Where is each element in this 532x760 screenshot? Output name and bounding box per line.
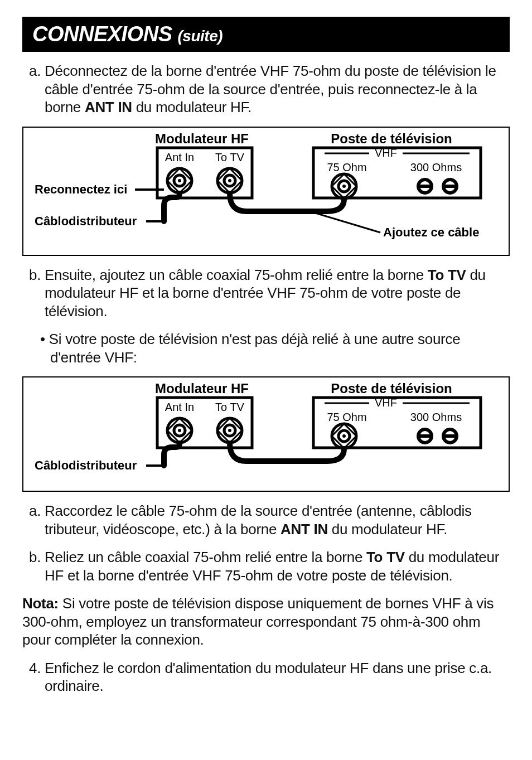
coax-port-icon [217, 168, 242, 193]
svg-point-27 [178, 429, 181, 432]
label-300ohm-2: 300 Ohms [410, 411, 462, 423]
svg-point-38 [342, 434, 346, 438]
step-b2-text: b. Reliez un câble coaxial 75-ohm relié … [29, 549, 366, 565]
nota-bold: Nota: [22, 595, 59, 612]
step-a1-post: du modulateur HF. [132, 99, 252, 115]
svg-point-9 [228, 179, 231, 182]
label-ant-in: Ant In [165, 151, 194, 163]
label-tv-2: Poste de télévision [331, 383, 452, 396]
label-modulator: Modulateur HF [155, 133, 249, 146]
step-b1-text: b. Ensuite, ajoutez un câble coaxial 75-… [29, 267, 428, 283]
step-a2-bold: ANT IN [280, 521, 328, 538]
diagram-1-svg: Reconnectez ici Câblodistributeur Modula… [33, 133, 499, 239]
title-main: CONNEXIONS [32, 22, 172, 46]
coax-port-icon [332, 424, 356, 448]
label-to-tv: To TV [215, 151, 245, 163]
label-vhf-2: VHF [375, 396, 397, 409]
svg-point-31 [228, 429, 231, 432]
step-b1-bold: To TV [428, 267, 466, 283]
step-a2: a. Raccordez le câble 75-ohm de la sourc… [22, 502, 510, 538]
label-modulator-2: Modulateur HF [155, 383, 249, 396]
label-reconnect: Reconnectez ici [35, 182, 127, 196]
label-ant-in-2: Ant In [165, 401, 194, 413]
svg-point-16 [342, 185, 346, 188]
coax-port-icon [167, 418, 192, 443]
diagram-2-svg: Câblodistributeur Modulateur HF Ant In T… [33, 383, 499, 475]
label-add-cable: Ajoutez ce câble [383, 225, 479, 239]
coax-port-icon [217, 418, 242, 443]
step-a1-bold: ANT IN [85, 99, 132, 115]
step-b2-bold: To TV [366, 549, 405, 565]
label-75ohm-2: 75 Ohm [327, 411, 366, 423]
coax-port-icon [332, 174, 356, 199]
step-4: 4. Enfichez le cordon d'alimentation du … [22, 659, 510, 695]
label-cable-co: Câblodistributeur [35, 214, 137, 228]
label-75ohm: 75 Ohm [327, 161, 366, 173]
section-title: CONNEXIONS (suite) [22, 17, 510, 52]
nota-text: Si votre poste de télévision dispose uni… [22, 595, 494, 648]
label-tv: Poste de télévision [331, 133, 452, 146]
svg-line-22 [313, 212, 380, 233]
bullet-1: • Si votre poste de télévision n'est pas… [22, 330, 510, 366]
nota: Nota: Si votre poste de télévision dispo… [22, 594, 510, 649]
step-b1: b. Ensuite, ajoutez un câble coaxial 75-… [22, 266, 510, 321]
diagram-2: Câblodistributeur Modulateur HF Ant In T… [22, 376, 510, 492]
step-b2: b. Reliez un câble coaxial 75-ohm relié … [22, 548, 510, 584]
label-vhf: VHF [375, 147, 397, 159]
svg-point-5 [178, 179, 181, 182]
coax-port-icon [167, 168, 192, 193]
title-sub: (suite) [178, 27, 223, 45]
label-to-tv-2: To TV [215, 401, 245, 413]
step-a1: a. Déconnectez de la borne d'entrée VHF … [22, 62, 510, 117]
step-a2-post: du modulateur HF. [328, 521, 447, 538]
label-300ohm: 300 Ohms [410, 161, 462, 173]
label-cable-co-2: Câblodistributeur [35, 458, 137, 472]
diagram-1: Reconnectez ici Câblodistributeur Modula… [22, 127, 510, 256]
